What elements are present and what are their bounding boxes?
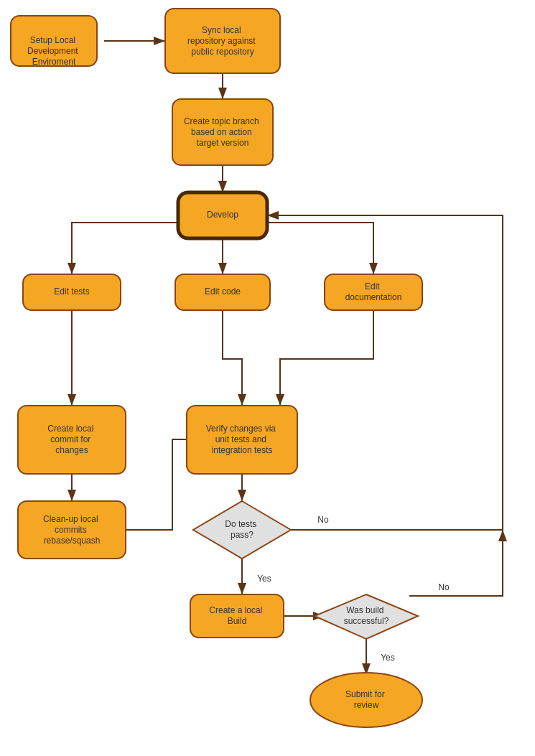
do-tests-pass-node: Do tests pass?: [193, 501, 291, 559]
yes-label-2: Yes: [381, 653, 395, 663]
svg-marker-35: [315, 594, 418, 639]
create-build-node: Create a local Build: [190, 594, 284, 638]
svg-rect-23: [325, 274, 422, 310]
svg-rect-17: [178, 192, 267, 238]
svg-rect-19: [23, 274, 121, 310]
svg-marker-31: [193, 501, 291, 559]
svg-rect-33: [190, 594, 284, 638]
svg-rect-25: [18, 406, 126, 474]
cleanup-node: Clean-up local commits rebase/squash: [18, 501, 126, 559]
no-label-1: No: [317, 515, 329, 525]
sync-node: Sync local repository against public rep…: [165, 9, 280, 73]
verify-node: Verify changes via unit tests and integr…: [187, 406, 297, 474]
svg-rect-15: [172, 99, 273, 165]
topic-branch-node: Create topic branch based on action targ…: [172, 99, 273, 165]
svg-rect-13: [165, 9, 280, 73]
setup-node: Setup Local Development Enviroment: [11, 16, 97, 67]
submit-node: Submit for review: [310, 673, 422, 727]
svg-rect-21: [175, 274, 270, 310]
svg-rect-27: [18, 501, 126, 559]
no-label-2: No: [438, 582, 450, 592]
create-commit-node: Create local commit for changes: [18, 406, 126, 474]
yes-label-1: Yes: [257, 574, 271, 584]
was-build-node: Was build successful?: [315, 594, 418, 639]
edit-docs-node: Edit documentation: [325, 274, 422, 310]
svg-rect-29: [187, 406, 297, 474]
develop-node: Develop: [178, 192, 267, 238]
svg-point-37: [310, 673, 422, 727]
edit-code-node: Edit code: [175, 274, 270, 310]
edit-tests-node: Edit tests: [23, 274, 121, 310]
svg-rect-11: [11, 16, 97, 66]
